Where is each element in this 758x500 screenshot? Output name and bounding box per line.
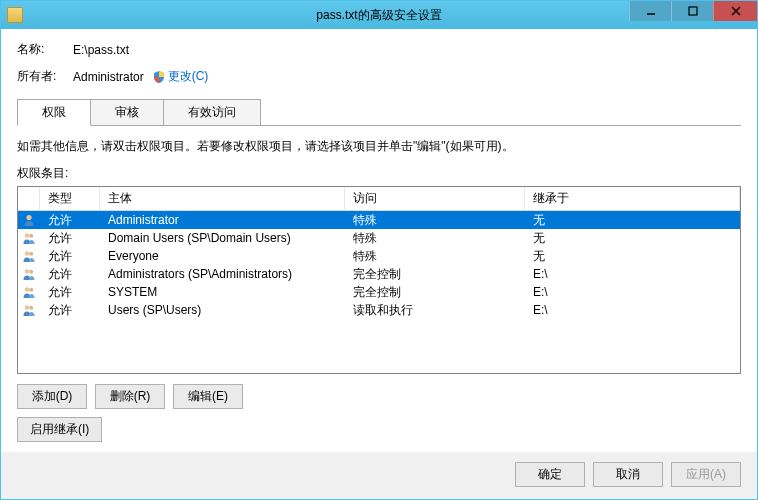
maximize-button[interactable] <box>671 1 713 21</box>
svg-point-4 <box>26 215 31 220</box>
cell-inherited: E:\ <box>525 285 740 299</box>
shield-icon <box>152 70 166 84</box>
add-button[interactable]: 添加(D) <box>17 384 87 409</box>
col-access-header[interactable]: 访问 <box>345 187 525 210</box>
window-title: pass.txt的高级安全设置 <box>316 7 441 24</box>
svg-rect-1 <box>689 7 697 15</box>
cell-access: 特殊 <box>345 212 525 229</box>
svg-point-10 <box>29 270 33 274</box>
svg-point-13 <box>25 305 29 309</box>
principal-icon <box>18 303 40 317</box>
table-row[interactable]: 允许Users (SP\Users)读取和执行E:\ <box>18 301 740 319</box>
info-text: 如需其他信息，请双击权限项目。若要修改权限项目，请选择该项目并单击"编辑"(如果… <box>17 138 741 155</box>
principal-icon <box>18 231 40 245</box>
cell-access: 特殊 <box>345 230 525 247</box>
cell-access: 特殊 <box>345 248 525 265</box>
cell-principal: Administrator <box>100 213 345 227</box>
cell-inherited: E:\ <box>525 303 740 317</box>
permissions-list[interactable]: 类型 主体 访问 继承于 允许Administrator特殊无允许Domain … <box>17 186 741 374</box>
principal-icon <box>18 213 40 227</box>
owner-label: 所有者: <box>17 68 73 85</box>
tab-effective-access[interactable]: 有效访问 <box>163 99 261 125</box>
advanced-security-window: pass.txt的高级安全设置 名称: E:\pass.txt 所有者: Adm… <box>0 0 758 500</box>
ok-button[interactable]: 确定 <box>515 462 585 487</box>
svg-point-5 <box>25 233 29 237</box>
cell-type: 允许 <box>40 212 100 229</box>
col-icon-header[interactable] <box>18 187 40 210</box>
edit-button[interactable]: 编辑(E) <box>173 384 243 409</box>
cell-access: 读取和执行 <box>345 302 525 319</box>
name-value: E:\pass.txt <box>73 43 129 57</box>
button-row-2: 启用继承(I) <box>17 417 741 442</box>
owner-value: Administrator <box>73 70 144 84</box>
change-owner-link[interactable]: 更改(C) <box>168 68 209 85</box>
cell-type: 允许 <box>40 302 100 319</box>
svg-point-12 <box>29 288 33 292</box>
table-row[interactable]: 允许Administrator特殊无 <box>18 211 740 229</box>
window-body: 名称: E:\pass.txt 所有者: Administrator 更改(C)… <box>1 29 757 452</box>
cell-type: 允许 <box>40 284 100 301</box>
principal-icon <box>18 285 40 299</box>
name-label: 名称: <box>17 41 73 58</box>
cell-principal: Domain Users (SP\Domain Users) <box>100 231 345 245</box>
cell-inherited: 无 <box>525 248 740 265</box>
cell-inherited: E:\ <box>525 267 740 281</box>
cell-inherited: 无 <box>525 230 740 247</box>
principal-icon <box>18 249 40 263</box>
minimize-button[interactable] <box>629 1 671 21</box>
folder-icon <box>7 7 23 23</box>
svg-point-9 <box>25 269 29 273</box>
button-row: 添加(D) 删除(R) 编辑(E) <box>17 384 741 409</box>
remove-button[interactable]: 删除(R) <box>95 384 165 409</box>
cell-type: 允许 <box>40 230 100 247</box>
tab-permissions[interactable]: 权限 <box>17 99 91 126</box>
tab-auditing[interactable]: 审核 <box>90 99 164 125</box>
svg-point-7 <box>25 251 29 255</box>
table-row[interactable]: 允许Everyone特殊无 <box>18 247 740 265</box>
rows-container: 允许Administrator特殊无允许Domain Users (SP\Dom… <box>18 211 740 319</box>
col-principal-header[interactable]: 主体 <box>100 187 345 210</box>
close-icon <box>731 6 741 16</box>
cell-type: 允许 <box>40 266 100 283</box>
titlebar[interactable]: pass.txt的高级安全设置 <box>1 1 757 29</box>
svg-point-6 <box>29 234 33 238</box>
list-header: 类型 主体 访问 继承于 <box>18 187 740 211</box>
tab-bar: 权限 审核 有效访问 <box>17 99 741 126</box>
footer: 确定 取消 应用(A) <box>1 452 757 499</box>
cell-principal: Administrators (SP\Administrators) <box>100 267 345 281</box>
cell-principal: Everyone <box>100 249 345 263</box>
owner-row: 所有者: Administrator 更改(C) <box>17 68 741 85</box>
minimize-icon <box>646 6 656 16</box>
window-controls <box>629 1 757 29</box>
cancel-button[interactable]: 取消 <box>593 462 663 487</box>
svg-point-14 <box>29 306 33 310</box>
cell-access: 完全控制 <box>345 266 525 283</box>
name-row: 名称: E:\pass.txt <box>17 41 741 58</box>
maximize-icon <box>688 6 698 16</box>
apply-button[interactable]: 应用(A) <box>671 462 741 487</box>
svg-point-11 <box>25 287 29 291</box>
cell-access: 完全控制 <box>345 284 525 301</box>
cell-principal: Users (SP\Users) <box>100 303 345 317</box>
principal-icon <box>18 267 40 281</box>
col-inherited-header[interactable]: 继承于 <box>525 187 740 210</box>
svg-point-8 <box>29 252 33 256</box>
close-button[interactable] <box>713 1 757 21</box>
table-row[interactable]: 允许SYSTEM完全控制E:\ <box>18 283 740 301</box>
cell-type: 允许 <box>40 248 100 265</box>
cell-principal: SYSTEM <box>100 285 345 299</box>
cell-inherited: 无 <box>525 212 740 229</box>
entries-label: 权限条目: <box>17 165 741 182</box>
enable-inheritance-button[interactable]: 启用继承(I) <box>17 417 102 442</box>
col-type-header[interactable]: 类型 <box>40 187 100 210</box>
table-row[interactable]: 允许Domain Users (SP\Domain Users)特殊无 <box>18 229 740 247</box>
table-row[interactable]: 允许Administrators (SP\Administrators)完全控制… <box>18 265 740 283</box>
